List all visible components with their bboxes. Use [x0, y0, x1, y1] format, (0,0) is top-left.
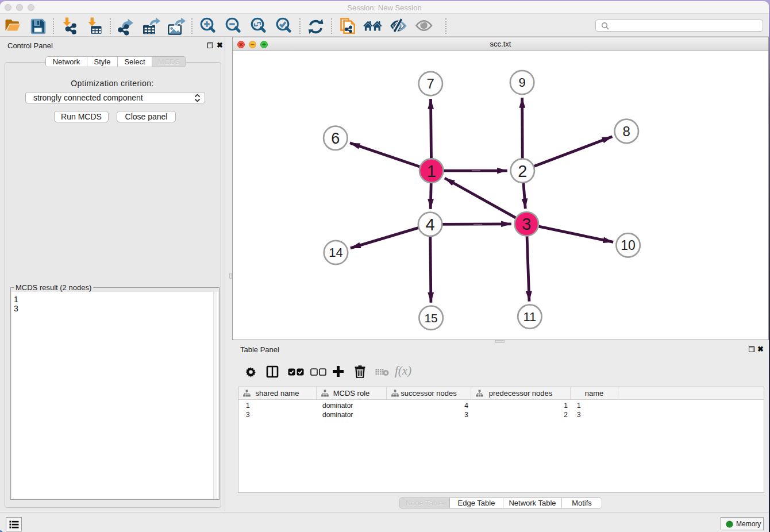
svg-text:1: 1: [427, 162, 436, 180]
svg-text:7: 7: [427, 76, 434, 91]
svg-text:4: 4: [426, 215, 435, 234]
svg-text:9: 9: [518, 75, 525, 90]
svg-text:10: 10: [621, 238, 636, 253]
svg-text:15: 15: [424, 311, 437, 325]
svg-text:6: 6: [331, 130, 340, 147]
svg-text:11: 11: [523, 310, 536, 324]
svg-text:14: 14: [329, 245, 342, 260]
svg-text:8: 8: [623, 124, 630, 139]
svg-text:2: 2: [518, 162, 527, 180]
svg-text:3: 3: [522, 215, 531, 233]
